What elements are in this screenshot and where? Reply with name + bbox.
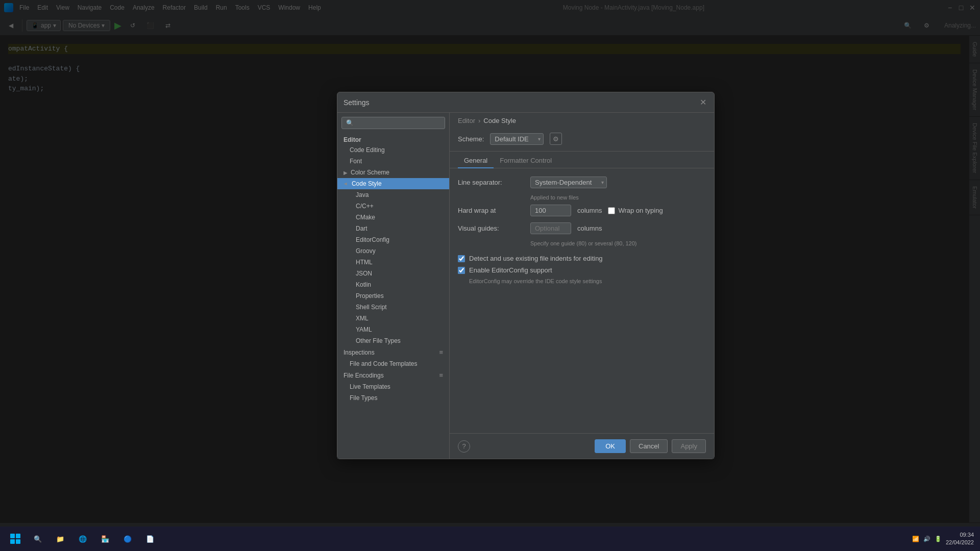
taskbar-start-button[interactable] (6, 530, 24, 548)
nav-item-live-templates[interactable]: Live Templates (337, 381, 449, 392)
nav-label-editorconfig: EditorConfig (356, 236, 389, 243)
nav-item-color-scheme[interactable]: ▶ Color Scheme (337, 167, 449, 178)
win-logo-sq-4 (16, 539, 20, 544)
settings-search-input[interactable] (341, 117, 445, 129)
file-encodings-badge-icon: ≡ (439, 371, 443, 379)
help-button[interactable]: ? (458, 440, 470, 453)
win-logo-sq-3 (10, 539, 15, 544)
visual-guides-input[interactable] (530, 222, 571, 234)
dialog-footer: ? OK Cancel Apply (450, 433, 714, 459)
detect-indents-row[interactable]: Detect and use existing file indents for… (458, 255, 706, 262)
detect-indents-label: Detect and use existing file indents for… (469, 255, 603, 262)
taskbar-files[interactable]: 📁 (51, 530, 69, 548)
dialog-title-bar: Settings ✕ (337, 92, 714, 113)
nav-item-file-encodings[interactable]: File Encodings ≡ (337, 369, 449, 381)
nav-item-cpp[interactable]: C/C++ (337, 201, 449, 212)
hard-wrap-label: Hard wrap at (458, 207, 524, 214)
nav-item-dart[interactable]: Dart (337, 223, 449, 234)
scheme-label: Scheme: (458, 135, 484, 143)
nav-item-font[interactable]: Font (337, 156, 449, 167)
nav-item-groovy[interactable]: Groovy (337, 245, 449, 257)
nav-item-code-style[interactable]: ▼ Code Style (337, 178, 449, 189)
nav-label-cpp: C/C++ (356, 203, 374, 210)
nav-item-json[interactable]: JSON (337, 268, 449, 279)
nav-item-java[interactable]: Java (337, 189, 449, 201)
color-scheme-expand-icon: ▶ (344, 170, 348, 176)
scheme-select[interactable]: Default IDE (490, 133, 544, 145)
taskbar-date-value: 22/04/2022 (946, 539, 974, 546)
taskbar-chrome[interactable]: 🔵 (118, 530, 137, 548)
nav-label-file-encodings: File Encodings (344, 372, 384, 379)
nav-item-code-editing[interactable]: Code Editing (337, 144, 449, 156)
nav-label-other-file-types: Other File Types (356, 337, 401, 344)
wrap-on-typing-row[interactable]: Wrap on typing (608, 207, 663, 214)
nav-label-yaml: YAML (356, 326, 372, 333)
nav-label-shell-script: Shell Script (356, 304, 387, 311)
taskbar-word[interactable]: 📄 (141, 530, 159, 548)
tab-general[interactable]: General (458, 154, 494, 168)
nav-label-color-scheme: Color Scheme (351, 169, 389, 176)
nav-item-yaml[interactable]: YAML (337, 324, 449, 335)
nav-item-inspections[interactable]: Inspections ≡ (337, 346, 449, 358)
nav-label-groovy: Groovy (356, 247, 376, 255)
nav-item-properties[interactable]: Properties (337, 290, 449, 302)
line-separator-select[interactable]: System-Dependent Unix (\n) Windows (\r\n… (530, 177, 607, 188)
nav-item-editorconfig[interactable]: EditorConfig (337, 234, 449, 245)
nav-label-live-templates: Live Templates (350, 383, 390, 390)
nav-label-json: JSON (356, 270, 372, 277)
modal-overlay: Settings ✕ Editor Code Editing Font ▶ Co… (0, 0, 980, 551)
hard-wrap-col-label: columns (577, 207, 602, 214)
taskbar-edge[interactable]: 🌐 (74, 530, 92, 548)
nav-item-file-code-templates[interactable]: File and Code Templates (337, 358, 449, 369)
content-tabs: General Formatter Control (450, 154, 714, 168)
nav-label-code-style: Code Style (352, 180, 382, 187)
nav-item-kotlin[interactable]: Kotlin (337, 279, 449, 290)
nav-item-xml[interactable]: XML (337, 313, 449, 324)
scheme-row: Scheme: Default IDE ▾ ⚙ (450, 129, 714, 149)
visual-guides-col-label: columns (577, 224, 602, 232)
taskbar-right: 📶 🔊 🔋 09:34 22/04/2022 (912, 531, 974, 547)
visual-guides-hint: Specify one guide (80) or several (80, 1… (530, 240, 706, 246)
windows-logo (10, 534, 20, 544)
nav-item-file-types[interactable]: File Types (337, 392, 449, 404)
wrap-on-typing-checkbox[interactable] (608, 207, 615, 214)
editorconfig-checkbox[interactable] (458, 267, 465, 274)
apply-button[interactable]: Apply (672, 439, 706, 453)
nav-label-font: Font (350, 158, 362, 165)
line-separator-label: Line separator: (458, 179, 524, 186)
hard-wrap-row: Hard wrap at columns Wrap on typing (458, 205, 706, 216)
nav-item-html[interactable]: HTML (337, 257, 449, 268)
nav-label-file-types: File Types (350, 394, 377, 402)
nav-section-editor: Editor (337, 133, 449, 144)
line-separator-row: Line separator: System-Dependent Unix (\… (458, 177, 706, 188)
taskbar-sound-icon: 🔊 (923, 536, 930, 542)
taskbar: 🔍 📁 🌐 🏪 🔵 📄 📶 🔊 🔋 09:34 22/04/2022 (0, 527, 980, 551)
ok-button[interactable]: OK (595, 439, 626, 453)
breadcrumb-separator: › (478, 117, 480, 124)
nav-label-inspections: Inspections (344, 349, 375, 356)
line-separator-select-wrapper[interactable]: System-Dependent Unix (\n) Windows (\r\n… (530, 177, 607, 188)
taskbar-datetime: 09:34 22/04/2022 (946, 531, 974, 547)
nav-label-cmake: CMake (356, 214, 375, 221)
editorconfig-row[interactable]: Enable EditorConfig support (458, 266, 706, 274)
detect-indents-checkbox[interactable] (458, 255, 465, 262)
scheme-gear-button[interactable]: ⚙ (550, 133, 562, 145)
nav-item-other-file-types[interactable]: Other File Types (337, 335, 449, 346)
taskbar-search[interactable]: 🔍 (29, 530, 47, 548)
taskbar-time-value: 09:34 (946, 531, 974, 539)
nav-label-java: Java (356, 191, 369, 198)
tab-formatter-control[interactable]: Formatter Control (494, 154, 558, 168)
scheme-select-wrapper[interactable]: Default IDE ▾ (490, 133, 544, 145)
nav-item-cmake[interactable]: CMake (337, 212, 449, 223)
content-divider (450, 151, 714, 152)
nav-item-shell-script[interactable]: Shell Script (337, 302, 449, 313)
dialog-close-button[interactable]: ✕ (698, 97, 708, 108)
settings-dialog: Settings ✕ Editor Code Editing Font ▶ Co… (337, 92, 715, 459)
dialog-title: Settings (344, 98, 370, 107)
cancel-button[interactable]: Cancel (630, 439, 668, 453)
taskbar-store[interactable]: 🏪 (96, 530, 114, 548)
win-logo-sq-2 (16, 534, 20, 538)
nav-label-properties: Properties (356, 292, 384, 299)
hard-wrap-input[interactable] (530, 205, 571, 216)
tab-formatter-control-label: Formatter Control (500, 157, 552, 164)
